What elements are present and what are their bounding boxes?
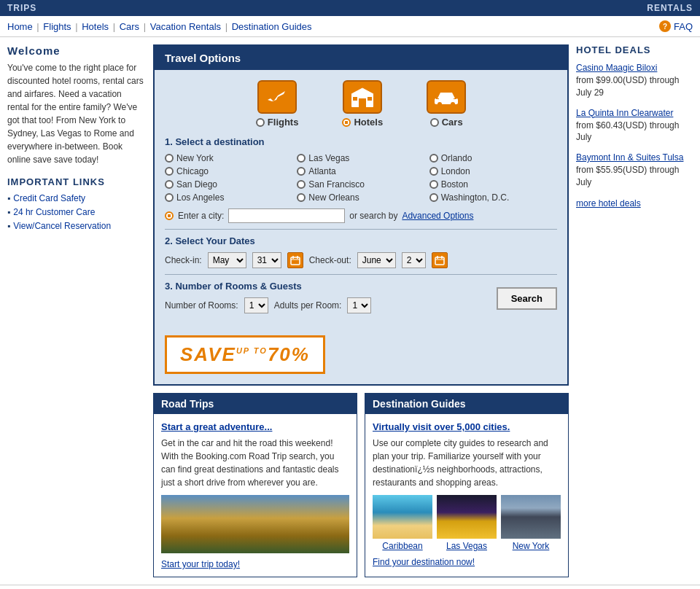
- caribbean-label[interactable]: Caribbean: [382, 541, 422, 551]
- atlanta-radio[interactable]: [297, 167, 306, 176]
- dest-neworleans[interactable]: New Orleans: [297, 192, 424, 203]
- deal-link-0[interactable]: Casino Maagic Biloxi: [576, 63, 693, 73]
- london-radio[interactable]: [429, 167, 438, 176]
- travel-options-body: Flights: [155, 70, 567, 384]
- important-links-title: IMPORTANT LINKS: [7, 176, 146, 187]
- newyork-dest-label[interactable]: New York: [513, 541, 550, 551]
- advanced-options-link[interactable]: Advanced Options: [402, 211, 473, 221]
- nav-hotels[interactable]: Hotels: [82, 21, 109, 32]
- dest-lasvegas[interactable]: Las Vegas: [297, 153, 424, 163]
- deal-link-2[interactable]: Baymont Inn & Suites Tulsa: [576, 152, 693, 163]
- road-trips-bottom-link[interactable]: Start your trip today!: [161, 559, 349, 569]
- dest-washingtondc[interactable]: Washington, D.C.: [429, 192, 557, 203]
- checkout-calendar-icon[interactable]: [432, 252, 448, 268]
- sandiego-radio[interactable]: [165, 180, 174, 189]
- road-trips-link[interactable]: Start a great adventure...: [161, 421, 349, 432]
- checkin-calendar-icon[interactable]: [287, 252, 303, 268]
- svg-rect-9: [454, 98, 456, 99]
- chicago-radio[interactable]: [165, 167, 174, 176]
- flights-radio[interactable]: [256, 118, 265, 127]
- search-button[interactable]: Search: [497, 287, 557, 310]
- destination-guides-card: Destination Guides Virtually visit over …: [365, 393, 569, 577]
- main-nav-links: Home | Flights | Hotels | Cars | Vacatio…: [7, 21, 312, 32]
- svg-rect-8: [436, 98, 439, 99]
- rentals-link[interactable]: RENTALS: [647, 3, 693, 13]
- hotels-radio[interactable]: [342, 118, 351, 127]
- lasvegas-dest-label[interactable]: Las Vegas: [446, 541, 487, 551]
- dest-atlanta[interactable]: Atlanta: [297, 166, 424, 176]
- sanfrancisco-radio[interactable]: [297, 180, 306, 189]
- cancel-reservation-link[interactable]: View/Cancel Reservation: [13, 221, 111, 231]
- welcome-text: You've come to the right place for disco…: [7, 61, 146, 166]
- footer: Home | View/Cancel Reservation | Destina…: [0, 585, 700, 589]
- save-banner: SAVEUP TO70%: [165, 335, 325, 374]
- nav-flights[interactable]: Flights: [43, 21, 71, 32]
- more-deals-link[interactable]: more hotel deals: [576, 198, 641, 208]
- svg-rect-10: [291, 257, 300, 265]
- adults-label: Adults per Room:: [274, 300, 342, 311]
- cars-tab[interactable]: Cars: [427, 80, 466, 128]
- checkout-label: Check-out:: [309, 255, 351, 265]
- newyork-wrap[interactable]: New York: [501, 495, 561, 551]
- road-trips-card: Road Trips Start a great adventure... Ge…: [153, 393, 357, 577]
- deal-item-0: Casino Maagic Biloxi from $99.00(USD) th…: [576, 63, 693, 99]
- nav-cars[interactable]: Cars: [120, 21, 139, 32]
- orlando-radio[interactable]: [429, 154, 438, 163]
- rooms-guests-left: 3. Number of Rooms & Guests Number of Ro…: [165, 281, 371, 316]
- lasvegas-radio[interactable]: [297, 154, 306, 163]
- trips-link[interactable]: TRIPS: [7, 3, 36, 13]
- destination-guides-text: Use our complete city guides to research…: [373, 437, 561, 489]
- road-trips-body: Start a great adventure... Get in the ca…: [154, 414, 357, 577]
- hotels-tab[interactable]: Hotels: [342, 80, 383, 128]
- deal-link-1[interactable]: La Quinta Inn Clearwater: [576, 108, 693, 118]
- dest-london[interactable]: London: [429, 166, 557, 176]
- losangeles-radio[interactable]: [165, 193, 174, 202]
- search-by-text: or search by: [349, 211, 397, 221]
- caribbean-wrap[interactable]: Caribbean: [373, 495, 432, 551]
- checkout-month-select[interactable]: June July: [357, 252, 396, 268]
- svg-rect-4: [351, 94, 373, 95]
- adults-select[interactable]: 1 2 3 4: [347, 297, 371, 313]
- sidebar-item-cancel-reservation[interactable]: View/Cancel Reservation: [7, 221, 146, 231]
- checkin-month-select[interactable]: May June July: [208, 252, 246, 268]
- rooms-select[interactable]: 1 2 3: [244, 297, 268, 313]
- destination-guides-link[interactable]: Virtually visit over 5,000 cities.: [373, 421, 561, 432]
- faq-link[interactable]: ? FAQ: [659, 20, 693, 32]
- dest-orlando[interactable]: Orlando: [429, 153, 557, 163]
- newyork-radio[interactable]: [165, 154, 174, 163]
- dest-losangeles[interactable]: Los Angeles: [165, 192, 292, 203]
- customer-care-link[interactable]: 24 hr Customer Care: [13, 207, 95, 217]
- welcome-title: Welcome: [7, 44, 146, 57]
- flights-tab[interactable]: Flights: [256, 80, 299, 128]
- checkin-day-select[interactable]: 31: [252, 252, 281, 268]
- nav-vacation-rentals[interactable]: Vacation Rentals: [150, 21, 221, 32]
- enter-city-radio[interactable]: [165, 211, 174, 220]
- section1-title: 1. Select a destination: [165, 136, 557, 147]
- dest-boston[interactable]: Boston: [429, 179, 557, 190]
- checkout-day-select[interactable]: 2: [402, 252, 426, 268]
- rooms-guests-row: 3. Number of Rooms & Guests Number of Ro…: [165, 281, 557, 316]
- flights-icon: [257, 80, 297, 114]
- dest-newyork[interactable]: New York: [165, 153, 292, 163]
- city-input[interactable]: [228, 208, 345, 223]
- enter-city-label: Enter a city:: [178, 211, 224, 221]
- nav-destination-guides[interactable]: Destination Guides: [232, 21, 312, 32]
- dest-chicago[interactable]: Chicago: [165, 166, 292, 176]
- faq-icon: ?: [659, 20, 671, 32]
- travel-options-header: Travel Options: [155, 46, 567, 70]
- nav-home[interactable]: Home: [7, 21, 33, 32]
- neworleans-radio[interactable]: [297, 193, 306, 202]
- sidebar-item-customer-care[interactable]: 24 hr Customer Care: [7, 207, 146, 217]
- deal-text-2: from $55.95(USD) through July: [576, 165, 679, 187]
- credit-card-safety-link[interactable]: Credit Card Safety: [13, 193, 85, 203]
- dest-images: Caribbean Las Vegas New York: [373, 495, 561, 551]
- sidebar-item-credit-card[interactable]: Credit Card Safety: [7, 193, 146, 203]
- svg-rect-14: [435, 257, 444, 265]
- dest-sanfrancisco[interactable]: San Francisco: [297, 179, 424, 190]
- lasvegas-wrap[interactable]: Las Vegas: [437, 495, 497, 551]
- dest-guides-bottom-link[interactable]: Find your destination now!: [373, 557, 561, 567]
- cars-radio[interactable]: [430, 118, 439, 127]
- washingtondc-radio[interactable]: [429, 193, 438, 202]
- boston-radio[interactable]: [429, 180, 438, 189]
- dest-sandiego[interactable]: San Diego: [165, 179, 292, 190]
